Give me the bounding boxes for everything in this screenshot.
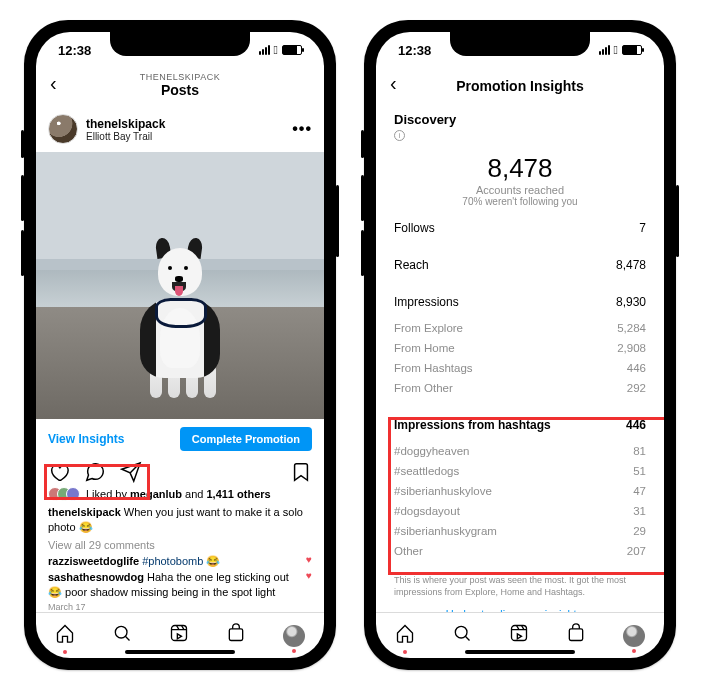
tab-search[interactable] [452, 623, 472, 648]
post-header: thenelskipack Elliott Bay Trail ••• [36, 106, 324, 152]
tab-profile[interactable] [283, 625, 305, 647]
status-time: 12:38 [398, 43, 431, 58]
notch [450, 32, 590, 56]
row-from-explore: From Explore5,284 [394, 318, 646, 338]
comment-icon[interactable] [84, 461, 106, 483]
row-hashtag: Other207 [394, 541, 646, 561]
row-hashtag: #siberianhuskylove47 [394, 481, 646, 501]
row-impressions-hashtags: Impressions from hashtags446 [394, 404, 646, 441]
insights-content[interactable]: Discovery i 8,478 Accounts reached 70% w… [376, 102, 664, 612]
comment-like-icon[interactable]: ♥ [306, 554, 312, 565]
row-impressions: Impressions8,930 [394, 281, 646, 318]
tab-reels[interactable] [169, 623, 189, 648]
row-hashtag: #dogsdayout31 [394, 501, 646, 521]
tab-home[interactable] [395, 623, 415, 648]
row-from-home: From Home2,908 [394, 338, 646, 358]
post-username[interactable]: thenelskipack [86, 117, 284, 131]
row-hashtag: #doggyheaven81 [394, 441, 646, 461]
status-time: 12:38 [58, 43, 91, 58]
post-image[interactable] [36, 152, 324, 419]
row-reach: Reach8,478 [394, 244, 646, 281]
nav-title: Promotion Insights [376, 78, 664, 94]
battery-icon [282, 45, 302, 55]
share-icon[interactable] [120, 461, 142, 483]
comment-row: sashathesnowdog Haha the one leg stickin… [36, 569, 324, 600]
accounts-reached-label: Accounts reached [394, 184, 646, 196]
wifi-icon: 􀙇 [274, 43, 278, 57]
section-discovery: Discovery [394, 112, 646, 127]
home-indicator [125, 650, 235, 654]
row-hashtag: #seattledogs51 [394, 461, 646, 481]
bookmark-icon[interactable] [290, 461, 312, 483]
svg-rect-2 [229, 629, 242, 641]
nav-title: Posts [36, 82, 324, 98]
nav-subtitle: THENELSKIPACK [36, 72, 324, 82]
complete-promotion-button[interactable]: Complete Promotion [180, 427, 312, 451]
likes-row[interactable]: Liked by meganlub and 1,411 others [36, 485, 324, 503]
like-icon[interactable] [48, 461, 70, 483]
insights-footer-text: This is where your post was seen the mos… [394, 575, 646, 598]
comment-row: razzisweetdoglife #photobomb 😂 ♥ [36, 553, 324, 569]
post-actions [36, 457, 324, 485]
battery-icon [622, 45, 642, 55]
info-icon[interactable]: i [394, 130, 405, 141]
tab-profile[interactable] [623, 625, 645, 647]
accounts-reached-block: 8,478 Accounts reached 70% weren't follo… [394, 153, 646, 207]
row-from-other: From Other292 [394, 378, 646, 398]
tab-home[interactable] [55, 623, 75, 648]
tab-shop[interactable] [566, 623, 586, 648]
view-all-comments[interactable]: View all 29 comments [36, 537, 324, 553]
post-location[interactable]: Elliott Bay Trail [86, 131, 284, 142]
svg-point-0 [115, 626, 127, 638]
tab-reels[interactable] [509, 623, 529, 648]
nav-header: ‹ Promotion Insights [376, 68, 664, 102]
accounts-reached-sub: 70% weren't following you [394, 196, 646, 207]
wifi-icon: 􀙇 [614, 43, 618, 57]
row-from-hashtags: From Hashtags446 [394, 358, 646, 378]
more-icon[interactable]: ••• [292, 120, 312, 138]
svg-point-3 [455, 626, 467, 638]
liker-avatar [66, 487, 80, 501]
phone-right-frame: 12:38 ↗ 􀙇 ‹ Promotion Insights Discovery… [364, 20, 676, 670]
back-icon[interactable]: ‹ [390, 72, 397, 95]
signal-icon [599, 45, 610, 55]
accounts-reached-value: 8,478 [394, 153, 646, 184]
tab-bar [36, 612, 324, 658]
post-date: March 17 [36, 600, 324, 612]
row-hashtag: #siberianhuskygram29 [394, 521, 646, 541]
post-caption: thenelskipack When you just want to make… [36, 503, 324, 537]
view-insights-link[interactable]: View Insights [48, 432, 124, 446]
comment-like-icon[interactable]: ♥ [306, 570, 312, 581]
tab-search[interactable] [112, 623, 132, 648]
post-avatar[interactable] [48, 114, 78, 144]
notch [110, 32, 250, 56]
tab-shop[interactable] [226, 623, 246, 648]
phone-left-frame: 12:38 ↗ 􀙇 ‹ THENELSKIPACK Posts thenelsk… [24, 20, 336, 670]
tab-bar [376, 612, 664, 658]
back-icon[interactable]: ‹ [50, 72, 57, 95]
svg-rect-5 [569, 629, 582, 641]
screen-right: 12:38 ↗ 􀙇 ‹ Promotion Insights Discovery… [376, 32, 664, 658]
home-indicator [465, 650, 575, 654]
row-follows: Follows7 [394, 207, 646, 244]
nav-header: ‹ THENELSKIPACK Posts [36, 68, 324, 106]
signal-icon [259, 45, 270, 55]
screen-left: 12:38 ↗ 􀙇 ‹ THENELSKIPACK Posts thenelsk… [36, 32, 324, 658]
